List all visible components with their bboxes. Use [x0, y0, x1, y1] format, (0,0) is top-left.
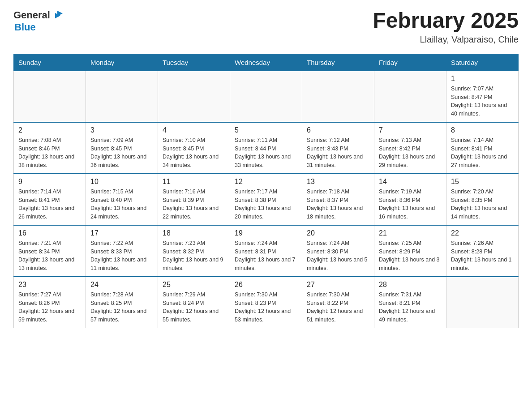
calendar-cell — [86, 71, 158, 122]
calendar-cell — [446, 277, 519, 328]
weekday-header-sunday: Sunday — [14, 54, 86, 71]
day-info: Sunrise: 7:14 AMSunset: 8:41 PMDaylight:… — [18, 188, 81, 221]
day-number: 28 — [379, 281, 442, 289]
day-info: Sunrise: 7:18 AMSunset: 8:37 PMDaylight:… — [307, 188, 369, 221]
title-section: February 2025 Llaillay, Valparaiso, Chil… — [373, 9, 519, 45]
day-number: 24 — [90, 281, 153, 289]
calendar-cell: 20Sunrise: 7:24 AMSunset: 8:30 PMDayligh… — [302, 225, 374, 277]
day-info: Sunrise: 7:22 AMSunset: 8:33 PMDaylight:… — [90, 239, 153, 273]
day-number: 22 — [451, 229, 514, 237]
day-info: Sunrise: 7:12 AMSunset: 8:43 PMDaylight:… — [307, 136, 369, 170]
calendar-subtitle: Llaillay, Valparaiso, Chile — [373, 34, 519, 45]
calendar-title: February 2025 — [373, 9, 519, 33]
calendar-cell: 16Sunrise: 7:21 AMSunset: 8:34 PMDayligh… — [14, 225, 86, 277]
calendar-cell: 27Sunrise: 7:30 AMSunset: 8:22 PMDayligh… — [302, 277, 374, 328]
calendar-cell: 12Sunrise: 7:17 AMSunset: 8:38 PMDayligh… — [230, 174, 302, 225]
calendar-cell: 17Sunrise: 7:22 AMSunset: 8:33 PMDayligh… — [86, 225, 158, 277]
weekday-header-row: SundayMondayTuesdayWednesdayThursdayFrid… — [14, 54, 519, 71]
calendar-cell — [158, 71, 230, 122]
calendar-cell: 26Sunrise: 7:30 AMSunset: 8:23 PMDayligh… — [230, 277, 302, 328]
weekday-header-saturday: Saturday — [446, 54, 519, 71]
logo-general-text: General — [13, 9, 50, 21]
calendar-cell: 18Sunrise: 7:23 AMSunset: 8:32 PMDayligh… — [158, 225, 230, 277]
day-number: 13 — [307, 178, 369, 186]
calendar-cell: 6Sunrise: 7:12 AMSunset: 8:43 PMDaylight… — [302, 122, 374, 174]
day-number: 3 — [90, 126, 153, 134]
calendar-cell: 24Sunrise: 7:28 AMSunset: 8:25 PMDayligh… — [86, 277, 158, 328]
day-info: Sunrise: 7:26 AMSunset: 8:28 PMDaylight:… — [451, 239, 514, 273]
calendar-cell: 21Sunrise: 7:25 AMSunset: 8:29 PMDayligh… — [374, 225, 446, 277]
day-number: 14 — [379, 178, 442, 186]
day-info: Sunrise: 7:28 AMSunset: 8:25 PMDaylight:… — [90, 291, 153, 324]
calendar-cell: 19Sunrise: 7:24 AMSunset: 8:31 PMDayligh… — [230, 225, 302, 277]
logo-blue-text: Blue — [14, 21, 36, 33]
day-number: 5 — [235, 126, 297, 134]
weekday-header-wednesday: Wednesday — [230, 54, 302, 71]
day-info: Sunrise: 7:09 AMSunset: 8:45 PMDaylight:… — [90, 136, 153, 170]
day-info: Sunrise: 7:29 AMSunset: 8:24 PMDaylight:… — [163, 291, 225, 324]
day-info: Sunrise: 7:30 AMSunset: 8:22 PMDaylight:… — [307, 291, 369, 324]
weekday-header-thursday: Thursday — [302, 54, 374, 71]
calendar-cell: 23Sunrise: 7:27 AMSunset: 8:26 PMDayligh… — [14, 277, 86, 328]
calendar-cell: 15Sunrise: 7:20 AMSunset: 8:35 PMDayligh… — [446, 174, 519, 225]
calendar-cell: 5Sunrise: 7:11 AMSunset: 8:44 PMDaylight… — [230, 122, 302, 174]
calendar-cell: 14Sunrise: 7:19 AMSunset: 8:36 PMDayligh… — [374, 174, 446, 225]
calendar-cell — [230, 71, 302, 122]
calendar-cell: 2Sunrise: 7:08 AMSunset: 8:46 PMDaylight… — [14, 122, 86, 174]
calendar-cell: 1Sunrise: 7:07 AMSunset: 8:47 PMDaylight… — [446, 71, 519, 122]
day-number: 26 — [235, 281, 297, 289]
calendar-cell: 28Sunrise: 7:31 AMSunset: 8:21 PMDayligh… — [374, 277, 446, 328]
day-info: Sunrise: 7:21 AMSunset: 8:34 PMDaylight:… — [18, 239, 81, 273]
calendar-week-row: 1Sunrise: 7:07 AMSunset: 8:47 PMDaylight… — [14, 71, 519, 122]
day-info: Sunrise: 7:15 AMSunset: 8:40 PMDaylight:… — [90, 188, 153, 221]
day-number: 2 — [18, 126, 81, 134]
calendar-cell: 4Sunrise: 7:10 AMSunset: 8:45 PMDaylight… — [158, 122, 230, 174]
day-info: Sunrise: 7:16 AMSunset: 8:39 PMDaylight:… — [163, 188, 225, 221]
day-number: 4 — [163, 126, 225, 134]
day-number: 23 — [18, 281, 81, 289]
day-info: Sunrise: 7:11 AMSunset: 8:44 PMDaylight:… — [235, 136, 297, 170]
calendar-cell: 10Sunrise: 7:15 AMSunset: 8:40 PMDayligh… — [86, 174, 158, 225]
day-number: 1 — [451, 75, 514, 83]
day-info: Sunrise: 7:24 AMSunset: 8:30 PMDaylight:… — [307, 239, 369, 273]
day-info: Sunrise: 7:20 AMSunset: 8:35 PMDaylight:… — [451, 188, 514, 221]
day-number: 18 — [163, 229, 225, 237]
calendar-cell: 22Sunrise: 7:26 AMSunset: 8:28 PMDayligh… — [446, 225, 519, 277]
calendar-cell: 7Sunrise: 7:13 AMSunset: 8:42 PMDaylight… — [374, 122, 446, 174]
day-number: 20 — [307, 229, 369, 237]
day-number: 27 — [307, 281, 369, 289]
day-info: Sunrise: 7:07 AMSunset: 8:47 PMDaylight:… — [451, 85, 514, 118]
day-info: Sunrise: 7:27 AMSunset: 8:26 PMDaylight:… — [18, 291, 81, 324]
day-number: 16 — [18, 229, 81, 237]
day-info: Sunrise: 7:24 AMSunset: 8:31 PMDaylight:… — [235, 239, 297, 273]
calendar-cell: 13Sunrise: 7:18 AMSunset: 8:37 PMDayligh… — [302, 174, 374, 225]
calendar-table: SundayMondayTuesdayWednesdayThursdayFrid… — [13, 54, 519, 328]
weekday-header-friday: Friday — [374, 54, 446, 71]
day-number: 11 — [163, 178, 225, 186]
logo: General Blue — [13, 9, 64, 33]
calendar-week-row: 9Sunrise: 7:14 AMSunset: 8:41 PMDaylight… — [14, 174, 519, 225]
day-number: 10 — [90, 178, 153, 186]
calendar-cell: 9Sunrise: 7:14 AMSunset: 8:41 PMDaylight… — [14, 174, 86, 225]
day-number: 6 — [307, 126, 369, 134]
calendar-week-row: 2Sunrise: 7:08 AMSunset: 8:46 PMDaylight… — [14, 122, 519, 174]
calendar-week-row: 23Sunrise: 7:27 AMSunset: 8:26 PMDayligh… — [14, 277, 519, 328]
day-info: Sunrise: 7:08 AMSunset: 8:46 PMDaylight:… — [18, 136, 81, 170]
day-number: 19 — [235, 229, 297, 237]
day-number: 25 — [163, 281, 225, 289]
day-info: Sunrise: 7:14 AMSunset: 8:41 PMDaylight:… — [451, 136, 514, 170]
day-info: Sunrise: 7:25 AMSunset: 8:29 PMDaylight:… — [379, 239, 442, 273]
day-info: Sunrise: 7:31 AMSunset: 8:21 PMDaylight:… — [379, 291, 442, 324]
day-info: Sunrise: 7:23 AMSunset: 8:32 PMDaylight:… — [163, 239, 225, 273]
calendar-cell: 25Sunrise: 7:29 AMSunset: 8:24 PMDayligh… — [158, 277, 230, 328]
day-number: 7 — [379, 126, 442, 134]
calendar-cell — [302, 71, 374, 122]
day-info: Sunrise: 7:30 AMSunset: 8:23 PMDaylight:… — [235, 291, 297, 324]
calendar-week-row: 16Sunrise: 7:21 AMSunset: 8:34 PMDayligh… — [14, 225, 519, 277]
day-number: 8 — [451, 126, 514, 134]
day-number: 21 — [379, 229, 442, 237]
calendar-cell: 8Sunrise: 7:14 AMSunset: 8:41 PMDaylight… — [446, 122, 519, 174]
day-info: Sunrise: 7:10 AMSunset: 8:45 PMDaylight:… — [163, 136, 225, 170]
calendar-cell: 3Sunrise: 7:09 AMSunset: 8:45 PMDaylight… — [86, 122, 158, 174]
weekday-header-tuesday: Tuesday — [158, 54, 230, 71]
